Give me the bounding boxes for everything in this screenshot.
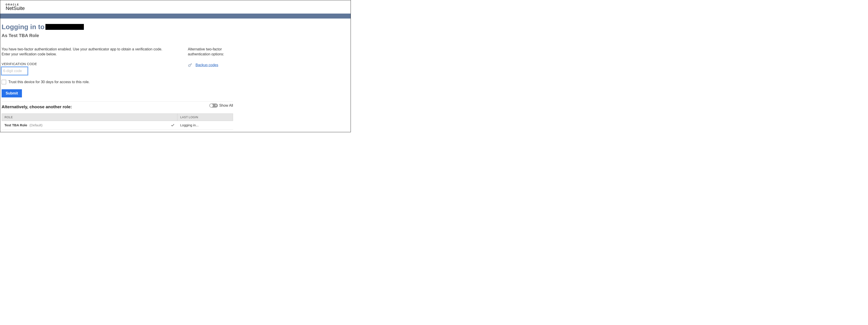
tfa-description: You have two-factor authentication enabl… [2,47,167,57]
show-all-label: Show All [219,103,233,107]
column-header-role: ROLE [2,113,178,121]
trust-device-label: Trust this device for 30 days for access… [8,80,90,84]
column-header-last-login: LAST LOGIN [178,113,233,121]
nav-band [0,13,350,19]
role-default-suffix: (Default) [30,123,43,127]
role-table: ROLE LAST LOGIN Test TBA Role (Default) [2,113,233,130]
submit-button[interactable]: Submit [2,89,22,97]
section-divider [2,101,233,102]
close-icon: ✕ [215,104,217,107]
trust-device-checkbox[interactable] [2,80,6,84]
logo-netsuite-text: NetSuite [6,5,345,11]
verification-code-label: VERIFICATION CODE [2,62,167,66]
role-last-login: Logging in... [178,121,233,130]
logo: ORACLE NetSuite [0,0,350,13]
key-icon [188,63,192,67]
role-name: Test TBA Role [4,123,27,127]
redacted-account-name [45,24,84,30]
page-title: Logging in to [2,23,44,31]
check-icon [170,123,175,127]
verification-code-input[interactable] [2,67,28,75]
table-row[interactable]: Test TBA Role (Default) Logging in... [2,121,233,130]
alt-tfa-heading: Alternative two-factor authentication op… [188,47,233,57]
page-subtitle: As Test TBA Role [2,33,233,38]
choose-role-heading: Alternatively, choose another role: [2,104,233,109]
svg-point-0 [188,65,190,66]
backup-codes-link[interactable]: Backup codes [195,63,218,67]
show-all-toggle[interactable]: ✕ [209,103,218,107]
